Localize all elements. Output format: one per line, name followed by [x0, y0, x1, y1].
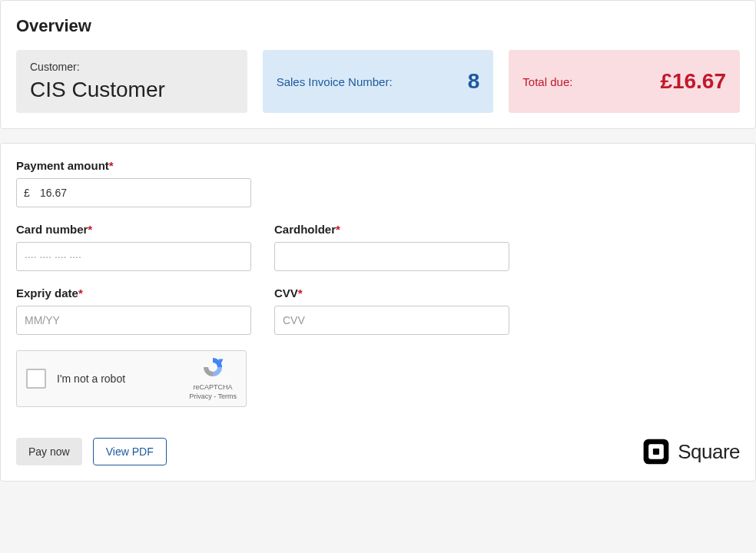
- svg-rect-3: [653, 449, 659, 455]
- card-number-input[interactable]: [16, 242, 251, 271]
- invoice-value: 8: [468, 69, 480, 94]
- cvv-label: CVV*: [274, 286, 509, 300]
- view-pdf-button[interactable]: View PDF: [93, 438, 167, 465]
- recaptcha-icon: [201, 356, 224, 379]
- payment-amount-label: Payment amount*: [16, 159, 251, 172]
- card-number-label: Card number*: [16, 223, 251, 236]
- expiry-label: Expriy date*: [16, 286, 251, 300]
- payment-amount-group: Payment amount* £: [16, 159, 251, 207]
- customer-label: Customer:: [30, 61, 80, 73]
- square-icon: [642, 438, 670, 465]
- recaptcha-brand: reCAPTCHA Privacy - Terms: [189, 356, 237, 401]
- cvv-group: CVV*: [274, 286, 509, 335]
- cardholder-label: Cardholder*: [274, 223, 509, 236]
- invoice-label: Sales Invoice Number:: [277, 75, 393, 88]
- cvv-input[interactable]: [274, 306, 509, 335]
- card-number-group: Card number*: [16, 223, 251, 271]
- recaptcha-label: I'm not a robot: [57, 373, 189, 385]
- square-brand-text: Square: [678, 440, 740, 464]
- expiry-group: Expriy date*: [16, 286, 251, 335]
- total-due-card: Total due: £16.67: [509, 50, 740, 113]
- square-brand: Square: [642, 438, 740, 465]
- pay-now-button[interactable]: Pay now: [16, 438, 82, 465]
- customer-card: Customer: CIS Customer: [16, 50, 247, 113]
- overview-heading: Overview: [16, 16, 740, 36]
- payment-form-panel: Payment amount* £ Card number* Cardholde…: [0, 143, 756, 482]
- cardholder-input[interactable]: [274, 242, 509, 271]
- expiry-input[interactable]: [16, 306, 251, 335]
- total-due-label: Total due:: [522, 75, 572, 88]
- currency-symbol: £: [24, 187, 30, 199]
- overview-panel: Overview Customer: CIS Customer Sales In…: [0, 0, 756, 129]
- cardholder-group: Cardholder*: [274, 223, 509, 271]
- invoice-card: Sales Invoice Number: 8: [263, 50, 494, 113]
- customer-value: CIS Customer: [30, 78, 165, 102]
- total-due-value: £16.67: [660, 69, 726, 94]
- recaptcha-checkbox[interactable]: [26, 369, 46, 389]
- overview-cards: Customer: CIS Customer Sales Invoice Num…: [16, 50, 740, 113]
- recaptcha-widget[interactable]: I'm not a robot reCAPTCHA Privacy - Term…: [16, 350, 247, 407]
- payment-amount-input[interactable]: [16, 178, 251, 207]
- actions-row: Pay now View PDF Square: [16, 438, 740, 465]
